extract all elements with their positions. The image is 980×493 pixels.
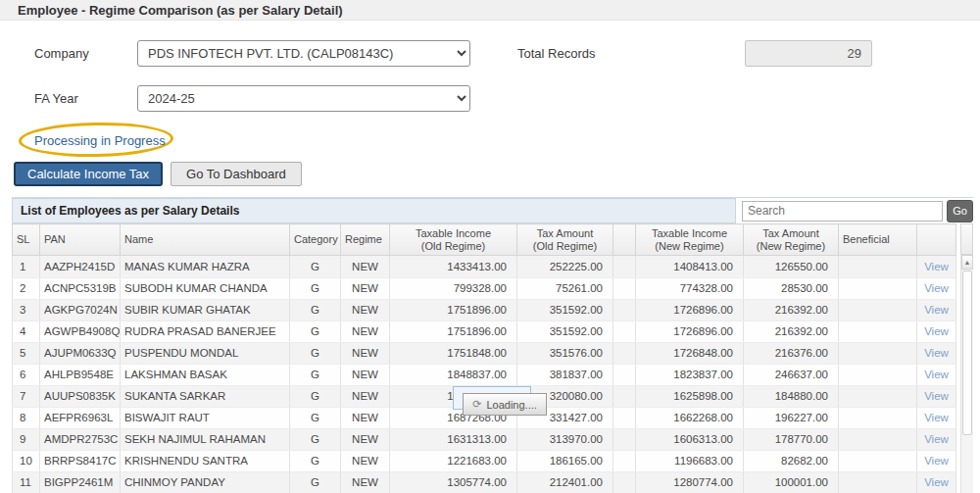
cell-taxable_old: 1305774.00 xyxy=(390,471,517,493)
view-link[interactable]: View xyxy=(924,433,949,445)
cell-taxable_new: 1606313.00 xyxy=(636,428,744,450)
cell-tax_new: 246637.00 xyxy=(744,364,839,385)
cell-tax_old: 212401.00 xyxy=(517,471,613,493)
cell-regime: NEW xyxy=(341,277,390,299)
cell-sl: 1 xyxy=(13,256,40,277)
cell-name: RUDRA PRASAD BANERJEE xyxy=(121,320,290,342)
cell-regime: NEW xyxy=(341,385,390,407)
column-header-beneficial[interactable]: Beneficial xyxy=(839,224,917,256)
view-link[interactable]: View xyxy=(924,282,949,294)
view-link[interactable]: View xyxy=(924,261,949,272)
cell-beneficial xyxy=(839,407,917,428)
cell-taxable_old: 1751896.00 xyxy=(390,299,517,320)
view-link[interactable]: View xyxy=(924,347,949,359)
table-row: 1AAZPH2415DMANAS KUMAR HAZRAGNEW1433413.… xyxy=(13,256,956,277)
view-link[interactable]: View xyxy=(924,369,949,380)
employee-grid-panel: List of Employees as per Salary Details … xyxy=(12,197,973,493)
cell-taxable_new: 1280774.00 xyxy=(636,471,744,493)
column-header-tax-amount-new[interactable]: Tax Amount (New Regime) xyxy=(744,224,839,256)
cell-gap xyxy=(613,277,636,299)
cell-sl: 9 xyxy=(13,428,40,450)
employee-table-header: SL PAN Name Category Regime Taxable Inco… xyxy=(12,223,956,256)
search-go-button[interactable]: Go xyxy=(947,200,973,222)
table-row: 11BIGPP2461MCHINMOY PANDAYGNEW1305774.00… xyxy=(13,471,956,493)
cell-name: PUSPENDU MONDAL xyxy=(121,342,290,364)
table-row: 3AGKPG7024NSUBIR KUMAR GHATAKGNEW1751896… xyxy=(13,299,956,320)
cell-sl: 4 xyxy=(13,320,40,342)
loading-overlay: ⟳ Loading.... xyxy=(453,386,547,418)
cell-sl: 6 xyxy=(13,364,40,385)
cell-category: G xyxy=(290,277,341,299)
scrollbar-up-icon[interactable]: ▲ xyxy=(961,255,973,270)
view-cell: View xyxy=(917,385,956,407)
column-header-taxable-income-old[interactable]: Taxable Income (Old Regime) xyxy=(390,224,517,256)
view-cell: View xyxy=(917,471,956,493)
company-select[interactable]: PDS INFOTECH PVT. LTD. (CALP08143C) xyxy=(137,40,470,67)
cell-gap xyxy=(613,342,636,364)
column-header-taxable-income-new[interactable]: Taxable Income (New Regime) xyxy=(636,224,744,256)
total-records-label: Total Records xyxy=(517,46,625,61)
scrollbar-thumb[interactable] xyxy=(962,271,972,435)
cell-gap xyxy=(613,256,636,277)
cell-taxable_old: 799328.00 xyxy=(390,277,517,299)
column-header-tax-amount-old[interactable]: Tax Amount (Old Regime) xyxy=(517,224,613,256)
cell-category: G xyxy=(290,407,341,428)
column-header-sl[interactable]: SL xyxy=(13,224,40,256)
header-row: SL PAN Name Category Regime Taxable Inco… xyxy=(13,224,956,256)
loading-inner-box: ⟳ Loading.... xyxy=(463,393,547,416)
cell-beneficial xyxy=(839,342,917,364)
cell-pan: ACNPC5319B xyxy=(40,277,121,299)
column-header-name[interactable]: Name xyxy=(121,224,290,256)
cell-gap xyxy=(613,471,636,493)
cell-taxable_new: 1726848.00 xyxy=(636,342,744,364)
cell-name: SUBIR KUMAR GHATAK xyxy=(121,299,290,320)
search-input[interactable] xyxy=(742,201,943,222)
cell-sl: 5 xyxy=(13,342,40,364)
view-link[interactable]: View xyxy=(924,390,949,402)
cell-gap xyxy=(613,299,636,320)
cell-tax_new: 126550.00 xyxy=(744,256,839,277)
cell-sl: 11 xyxy=(13,471,40,493)
cell-tax_new: 216376.00 xyxy=(744,342,839,364)
view-cell: View xyxy=(917,407,956,428)
column-header-category[interactable]: Category xyxy=(290,224,341,256)
grid-body: 1AAZPH2415DMANAS KUMAR HAZRAGNEW1433413.… xyxy=(12,256,973,493)
company-label: Company xyxy=(34,46,137,61)
view-link[interactable]: View xyxy=(924,304,949,316)
fa-year-select[interactable]: 2024-25 xyxy=(137,85,470,112)
cell-beneficial xyxy=(839,471,917,493)
cell-taxable_new: 1823837.00 xyxy=(636,364,744,385)
page-title: Employee - Regime Comparison (as per Sal… xyxy=(18,3,343,18)
column-header-view xyxy=(917,224,956,256)
cell-tax_old: 351592.00 xyxy=(517,299,613,320)
cell-name: CHINMOY PANDAY xyxy=(121,471,290,493)
go-to-dashboard-button[interactable]: Go To Dashboard xyxy=(171,162,302,186)
employee-table: 1AAZPH2415DMANAS KUMAR HAZRAGNEW1433413.… xyxy=(12,256,956,493)
cell-gap xyxy=(613,320,636,342)
calculate-income-tax-button[interactable]: Calculate Income Tax xyxy=(14,162,163,186)
table-row: 2ACNPC5319BSUBODH KUMAR CHANDAGNEW799328… xyxy=(13,277,956,299)
cell-category: G xyxy=(290,342,341,364)
table-body: 1AAZPH2415DMANAS KUMAR HAZRAGNEW1433413.… xyxy=(13,256,956,493)
cell-regime: NEW xyxy=(341,471,390,493)
view-link[interactable]: View xyxy=(924,325,949,337)
vertical-scrollbar[interactable]: ▲ xyxy=(960,255,973,493)
column-header-pan[interactable]: PAN xyxy=(40,224,121,256)
header-filler xyxy=(960,223,973,255)
cell-category: G xyxy=(290,320,341,342)
cell-tax_old: 351576.00 xyxy=(517,342,613,364)
cell-tax_new: 28530.00 xyxy=(744,277,839,299)
view-link[interactable]: View xyxy=(924,412,949,423)
cell-tax_old: 313970.00 xyxy=(517,428,613,450)
cell-sl: 8 xyxy=(13,407,40,428)
cell-taxable_new: 1726896.00 xyxy=(636,320,744,342)
view-link[interactable]: View xyxy=(924,476,949,488)
column-header-regime[interactable]: Regime xyxy=(341,224,390,256)
cell-sl: 7 xyxy=(13,385,40,407)
cell-taxable_old: 1631313.00 xyxy=(390,428,517,450)
view-cell: View xyxy=(917,428,956,450)
table-row: 9AMDPR2753CSEKH NAJIMUL RAHAMANGNEW16313… xyxy=(13,428,956,450)
grid-caption-row: List of Employees as per Salary Details … xyxy=(12,198,973,223)
cell-pan: AMDPR2753C xyxy=(40,428,121,450)
view-link[interactable]: View xyxy=(924,455,949,467)
